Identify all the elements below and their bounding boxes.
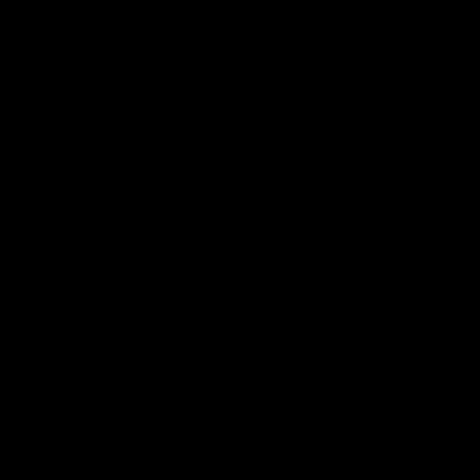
chart-frame bbox=[0, 0, 476, 476]
plot-area bbox=[21, 21, 455, 455]
chart-svg bbox=[21, 21, 455, 455]
gradient-background bbox=[21, 21, 455, 455]
